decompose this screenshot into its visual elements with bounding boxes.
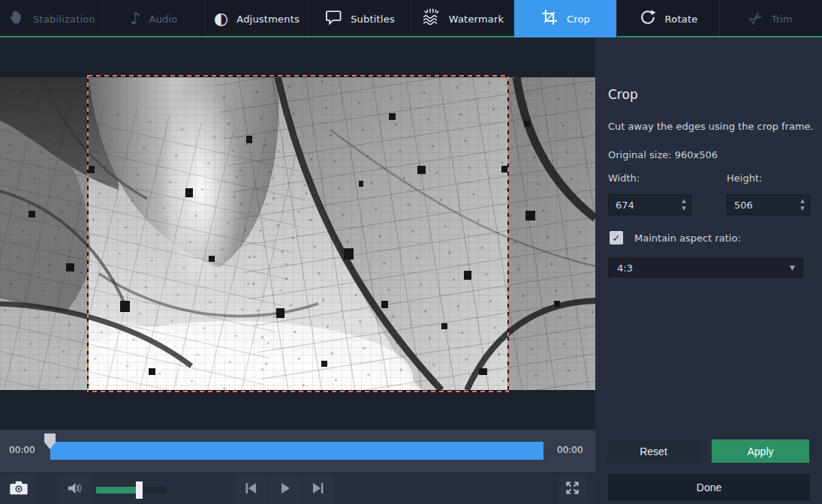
crop-icon [540,8,559,29]
tab-label: Adjustments [236,14,300,25]
previous-frame-button[interactable] [234,474,266,504]
tab-label: Stabilization [33,14,95,25]
tab-subtitles[interactable]: Subtitles [309,0,411,38]
tab-rotate[interactable]: Rotate [617,0,720,38]
width-spinner: ▲ ▼ [678,195,690,214]
play-button[interactable] [268,474,300,504]
tab-label: Trim [771,14,792,25]
tab-trim[interactable]: ✂ Trim [720,0,822,38]
reset-button[interactable]: Reset [607,440,700,463]
original-size-label: Original size: 960x506 [608,149,718,160]
volume-slider-fill [96,487,139,494]
play-icon [277,481,292,498]
music-note-icon: ♪ [131,10,141,27]
aspect-ratio-select[interactable]: 4:3 ▼ [608,258,803,278]
contrast-icon: ◐ [214,10,228,27]
speaker-icon [65,479,83,500]
fullscreen-icon [565,480,580,498]
width-label: Width: [608,172,640,184]
next-frame-icon [311,481,326,498]
spinner-down-icon[interactable]: ▼ [800,206,804,212]
tab-label: Audio [149,14,178,25]
tab-adjustments[interactable]: ◐ Adjustments [206,0,309,38]
fullscreen-button[interactable] [559,476,586,502]
tab-label: Subtitles [351,14,395,25]
watermark-icon [421,8,441,30]
total-time-label: 00:00 [557,430,583,471]
tab-crop[interactable]: Crop [514,0,617,38]
volume-slider[interactable] [96,487,167,494]
previous-frame-icon [243,481,258,498]
chevron-down-icon: ▼ [790,264,795,272]
timeline[interactable]: 00:00 00:00 [0,430,595,471]
spinner-down-icon[interactable]: ▼ [682,206,685,212]
current-time-label: 00:00 [9,430,35,471]
next-frame-button[interactable] [302,474,334,504]
seek-bar[interactable] [50,442,543,460]
tab-label: Crop [567,14,590,25]
height-spinner: ▲ ▼ [796,195,808,214]
tab-stabilization[interactable]: Stabilization [0,0,103,38]
height-field-wrap: ▲ ▼ [727,194,810,215]
crop-panel: Crop Cut away the edges using the crop f… [595,38,822,504]
snapshot-button[interactable] [2,474,36,504]
panel-description: Cut away the edges using the crop frame. [608,121,814,132]
spinner-up-icon[interactable]: ▲ [682,199,685,204]
crop-dim-overlay-left [0,77,88,390]
tab-label: Watermark [449,14,504,25]
tab-audio[interactable]: ♪ Audio [103,0,206,38]
crop-frame[interactable] [86,74,510,393]
apply-button[interactable]: Apply [712,440,809,463]
maintain-aspect-ratio-label: Maintain aspect ratio: [634,232,741,244]
height-label: Height: [727,172,762,184]
rotate-icon [639,8,657,29]
mute-button[interactable] [58,474,91,504]
tab-label: Rotate [665,14,698,25]
aspect-ratio-value: 4:3 [617,262,633,274]
maintain-aspect-ratio-checkbox[interactable]: ✓ [610,231,623,244]
panel-title: Crop [608,87,638,102]
toolbar: Stabilization ♪ Audio ◐ Adjustments Subt… [0,0,822,38]
width-field-wrap: ▲ ▼ [608,194,691,215]
tab-watermark[interactable]: Watermark [411,0,514,38]
crop-dim-overlay-right [508,77,595,390]
checkmark-icon: ✓ [613,232,621,244]
app-window: Stabilization ♪ Audio ◐ Adjustments Subt… [0,0,822,504]
hand-icon [7,8,25,29]
spinner-up-icon[interactable]: ▲ [800,199,804,204]
volume-slider-handle[interactable] [136,482,143,499]
scissors-icon: ✂ [745,8,766,30]
playback-controls-bar [0,471,595,504]
done-button[interactable]: Done [608,474,810,501]
camera-icon [8,478,29,500]
speech-bubble-icon [324,8,342,29]
video-preview-area [0,38,595,430]
